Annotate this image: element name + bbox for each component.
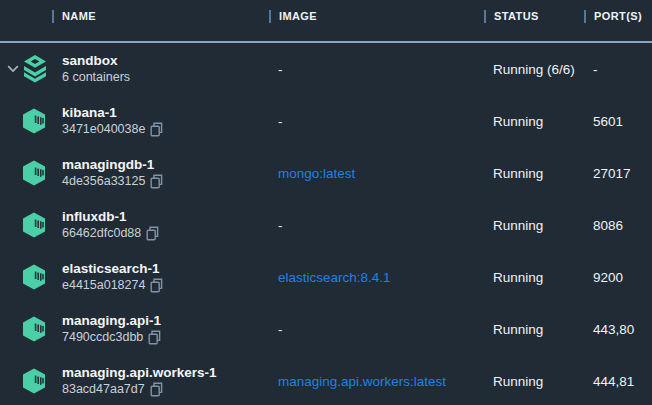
column-separator [52, 10, 54, 23]
stack-name: sandbox [62, 52, 130, 69]
column-separator [484, 10, 486, 23]
chevron-down-icon[interactable] [7, 65, 19, 73]
column-separator [269, 10, 271, 23]
status-value: Running [493, 374, 543, 389]
image-value: - [278, 114, 283, 129]
status-value: Running [493, 114, 543, 129]
ports-value: 443,80 [593, 322, 634, 337]
name-cell: kibana-1 3471e040038e [0, 95, 278, 147]
column-label: IMAGE [279, 10, 317, 22]
column-header-ports[interactable]: PORT(S) [584, 0, 642, 32]
container-id: 4de356a33125 [62, 173, 145, 190]
name-cell: elasticsearch-1 e4415a018274 [0, 251, 278, 303]
container-name: managingdb-1 [62, 156, 163, 173]
table-header: NAME IMAGE STATUS PORT(S) [0, 0, 652, 43]
status-value: Running [493, 218, 543, 233]
container-row[interactable]: managing.api.workers-1 83acd47aa7d7 mana… [0, 355, 652, 405]
container-icon [22, 160, 46, 186]
ports-value: 27017 [593, 166, 631, 181]
container-row[interactable]: elasticsearch-1 e4415a018274 elasticsear… [0, 251, 652, 303]
ports-value: 444,81 [593, 374, 634, 389]
image-link[interactable]: mongo:latest [278, 166, 355, 181]
column-header-name[interactable]: NAME [52, 0, 96, 32]
container-name: managing.api-1 [62, 312, 161, 329]
ports-value: - [593, 62, 598, 77]
copy-icon[interactable] [150, 278, 163, 293]
container-id: 66462dfc0d88 [62, 225, 141, 242]
container-id: e4415a018274 [62, 277, 145, 294]
stack-container-count: 6 containers [62, 69, 130, 86]
container-row[interactable]: managingdb-1 4de356a33125 mongo:latest R… [0, 147, 652, 199]
copy-icon[interactable] [146, 226, 159, 241]
column-header-status[interactable]: STATUS [484, 0, 539, 32]
name-cell: managing.api-1 7490ccdc3dbb [0, 303, 278, 355]
column-header-image[interactable]: IMAGE [269, 0, 317, 32]
container-name: managing.api.workers-1 [62, 364, 217, 381]
container-icon [22, 316, 46, 342]
copy-icon[interactable] [150, 174, 163, 189]
status-value: Running [493, 322, 543, 337]
container-icon [22, 212, 46, 238]
container-id: 83acd47aa7d7 [62, 381, 145, 398]
name-cell: influxdb-1 66462dfc0d88 [0, 199, 278, 251]
image-value: - [278, 218, 283, 233]
ports-value: 8086 [593, 218, 623, 233]
container-id: 3471e040038e [62, 121, 145, 138]
column-label: STATUS [494, 10, 539, 22]
container-name: influxdb-1 [62, 208, 159, 225]
name-cell: managing.api.workers-1 83acd47aa7d7 [0, 355, 278, 405]
copy-icon[interactable] [150, 122, 163, 137]
ports-value: 9200 [593, 270, 623, 285]
copy-icon[interactable] [148, 330, 161, 345]
compose-stack-row[interactable]: sandbox 6 containers - Running (6/6) - [0, 43, 652, 95]
compose-stack-icon [23, 55, 47, 84]
name-cell: managingdb-1 4de356a33125 [0, 147, 278, 199]
containers-table: NAME IMAGE STATUS PORT(S) [0, 0, 652, 405]
name-cell: sandbox 6 containers [0, 43, 278, 95]
image-link[interactable]: elasticsearch:8.4.1 [278, 270, 391, 285]
status-value: Running (6/6) [493, 62, 575, 77]
container-id: 7490ccdc3dbb [62, 329, 143, 346]
container-icon [22, 368, 46, 394]
image-link[interactable]: managing.api.workers:latest [278, 374, 446, 389]
container-row[interactable]: kibana-1 3471e040038e - Running 5601 [0, 95, 652, 147]
status-value: Running [493, 166, 543, 181]
container-name: elasticsearch-1 [62, 260, 163, 277]
column-label: NAME [62, 10, 96, 22]
container-name: kibana-1 [62, 104, 163, 121]
column-separator [584, 10, 586, 23]
status-value: Running [493, 270, 543, 285]
container-icon [22, 108, 46, 134]
container-row[interactable]: managing.api-1 7490ccdc3dbb - Running 44… [0, 303, 652, 355]
image-value: - [278, 62, 283, 77]
copy-icon[interactable] [150, 382, 163, 397]
container-row[interactable]: influxdb-1 66462dfc0d88 - Running 8086 [0, 199, 652, 251]
container-icon [22, 264, 46, 290]
column-label: PORT(S) [594, 10, 642, 22]
image-value: - [278, 322, 283, 337]
ports-value: 5601 [593, 114, 623, 129]
